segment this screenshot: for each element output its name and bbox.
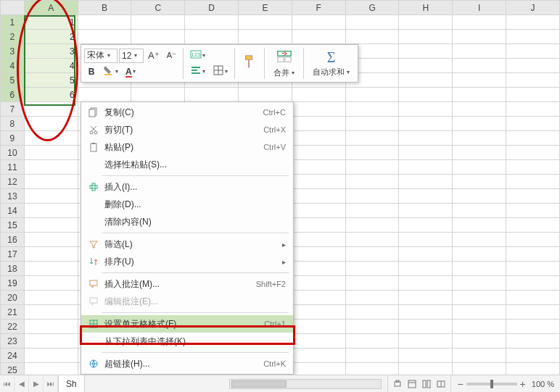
view-normal-icon[interactable] — [407, 379, 417, 389]
cell[interactable]: 2 — [24, 30, 78, 44]
cell[interactable] — [24, 175, 78, 189]
cell[interactable] — [399, 218, 453, 233]
cell[interactable] — [292, 334, 345, 349]
font-size-select[interactable]: 12▾ — [119, 49, 144, 63]
cell[interactable] — [453, 233, 506, 247]
cell[interactable] — [506, 334, 560, 349]
cell[interactable] — [292, 233, 345, 247]
cell[interactable] — [506, 247, 560, 262]
cell[interactable] — [239, 30, 292, 44]
cell[interactable] — [345, 146, 399, 160]
fill-color-button[interactable]: ▾ — [100, 64, 121, 79]
increase-font-button[interactable]: A⁺ — [145, 49, 162, 63]
cell[interactable] — [345, 30, 399, 44]
merge-cells-button[interactable]: 合并▾ — [268, 46, 300, 80]
cell[interactable] — [453, 44, 506, 59]
cell[interactable] — [292, 276, 345, 291]
row-header[interactable]: 20 — [1, 291, 25, 305]
cell[interactable] — [292, 262, 345, 276]
row-header[interactable]: 11 — [1, 160, 25, 175]
cell[interactable] — [24, 262, 78, 276]
col-header-H[interactable]: H — [399, 1, 453, 15]
zoom-in-button[interactable]: + — [520, 378, 526, 390]
cell[interactable] — [292, 175, 345, 189]
row-header[interactable]: 21 — [1, 305, 25, 320]
cell[interactable] — [345, 15, 399, 30]
cell[interactable] — [399, 146, 453, 160]
cell[interactable] — [345, 334, 399, 349]
zoom-out-button[interactable]: − — [457, 378, 463, 390]
cell[interactable] — [453, 276, 506, 291]
cell[interactable] — [24, 218, 78, 233]
cell[interactable] — [399, 160, 453, 175]
number-format-button[interactable]: 123 ▾ — [187, 49, 208, 63]
cell[interactable] — [453, 73, 506, 88]
cell[interactable] — [453, 204, 506, 218]
cell[interactable] — [24, 204, 78, 218]
cell[interactable] — [453, 102, 506, 117]
cell[interactable] — [453, 175, 506, 189]
cell[interactable] — [292, 102, 345, 117]
tab-next-button[interactable]: ▶ — [29, 375, 44, 392]
row-header[interactable]: 14 — [1, 204, 25, 218]
cell[interactable] — [399, 15, 453, 30]
cell[interactable] — [506, 88, 560, 102]
borders-button[interactable]: ▾ — [210, 64, 231, 79]
cell[interactable] — [131, 15, 185, 30]
zoom-slider[interactable] — [466, 383, 517, 385]
col-header-F[interactable]: F — [292, 1, 345, 15]
cell[interactable] — [292, 247, 345, 262]
cell[interactable] — [292, 291, 345, 305]
cell[interactable] — [345, 88, 399, 102]
cell[interactable] — [453, 247, 506, 262]
cell[interactable] — [292, 146, 345, 160]
menu-format-cells[interactable]: 设置单元格格式(F)... Ctrl+1 — [81, 315, 293, 333]
cell[interactable] — [345, 349, 399, 363]
cell[interactable] — [506, 276, 560, 291]
cell[interactable] — [453, 160, 506, 175]
row-header[interactable]: 6 — [1, 88, 25, 102]
cell[interactable] — [399, 334, 453, 349]
scroll-thumb[interactable] — [231, 380, 287, 388]
font-name-select[interactable]: 宋体▾ — [84, 49, 118, 63]
zoom-value[interactable]: 100 % — [532, 380, 554, 388]
cell[interactable] — [506, 117, 560, 131]
cell[interactable] — [506, 59, 560, 73]
cell[interactable] — [506, 291, 560, 305]
cell[interactable] — [453, 349, 506, 363]
align-button[interactable]: ▾ — [187, 64, 208, 79]
cell[interactable] — [506, 15, 560, 30]
cell[interactable] — [292, 349, 345, 363]
decrease-font-button[interactable]: A⁻ — [164, 49, 179, 63]
cell[interactable] — [24, 102, 78, 117]
cell[interactable] — [24, 349, 78, 363]
cell[interactable] — [506, 131, 560, 146]
cell[interactable] — [292, 320, 345, 334]
menu-paste[interactable]: 粘贴(P) Ctrl+V — [81, 138, 293, 156]
cell[interactable] — [24, 291, 78, 305]
menu-clear-contents[interactable]: 清除内容(N) — [81, 213, 293, 230]
cell[interactable] — [292, 218, 345, 233]
cell[interactable] — [185, 15, 239, 30]
cell[interactable] — [345, 117, 399, 131]
cell[interactable] — [131, 30, 185, 44]
cell[interactable] — [399, 262, 453, 276]
menu-filter[interactable]: 筛选(L) ▸ — [81, 235, 293, 253]
cell[interactable] — [399, 189, 453, 204]
menu-pick-from-list[interactable]: 从下拉列表中选择(K)... — [81, 333, 293, 350]
cell[interactable] — [399, 305, 453, 320]
menu-cut[interactable]: 剪切(T) Ctrl+X — [81, 121, 293, 138]
cell[interactable] — [24, 334, 78, 349]
cell[interactable] — [24, 247, 78, 262]
row-header[interactable]: 1 — [1, 15, 25, 30]
cell[interactable] — [292, 117, 345, 131]
cell[interactable] — [345, 218, 399, 233]
cell[interactable] — [399, 73, 453, 88]
cell[interactable] — [453, 131, 506, 146]
cell[interactable] — [239, 88, 292, 102]
cell[interactable] — [345, 247, 399, 262]
cell[interactable] — [239, 15, 292, 30]
row-header[interactable]: 9 — [1, 131, 25, 146]
row-header[interactable]: 3 — [1, 44, 25, 59]
menu-hyperlink[interactable]: 超链接(H)... Ctrl+K — [81, 355, 293, 372]
